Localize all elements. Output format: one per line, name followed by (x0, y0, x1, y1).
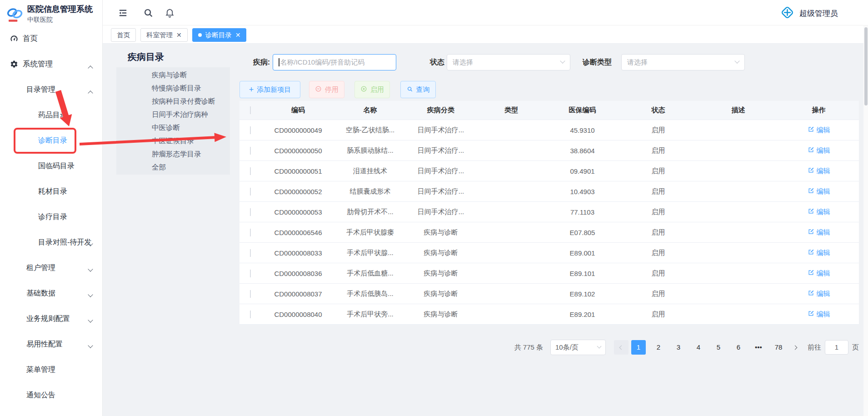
row-checkbox[interactable] (250, 147, 251, 155)
tabs: 首页科室管理✕诊断目录✕ (111, 28, 246, 42)
scrollbar-thumb[interactable] (864, 27, 868, 105)
sidebar-item-国临码目录[interactable]: 国临码目录 (0, 153, 102, 179)
select-all-checkbox[interactable] (250, 106, 251, 114)
tab-诊断目录[interactable]: 诊断目录✕ (192, 28, 247, 42)
sidebar-item-业务规则配置[interactable]: 业务规则配置 (0, 306, 102, 331)
sidebar-item-菜单管理[interactable]: 菜单管理 (0, 357, 102, 382)
collapse-sidebar-icon[interactable] (118, 8, 128, 18)
page-number-3[interactable]: 3 (671, 340, 686, 355)
chevron-right-icon (793, 345, 797, 350)
page-number-78[interactable]: 78 (771, 340, 786, 355)
cell-code: CD0000008033 (261, 249, 335, 257)
edit-button[interactable]: 编辑 (808, 146, 830, 155)
goto-page-input[interactable]: 1 (825, 340, 848, 355)
sidebar-item-目录对照-待开发[interactable]: 目录对照-待开发 (0, 230, 102, 255)
text-caret (279, 58, 279, 66)
current-user-name: 超级管理员 (799, 8, 838, 19)
tab-科室管理[interactable]: 科室管理✕ (140, 28, 188, 42)
table-row: CD0000008040手术后甲状旁...疾病与诊断E89.201启用编辑 (239, 304, 859, 325)
catalog-item-肿瘤形态学目录[interactable]: 肿瘤形态学目录 (116, 147, 230, 160)
sidebar-item-基础数据[interactable]: 基础数据 (0, 281, 102, 306)
cell-code: CD0000000053 (261, 208, 335, 216)
disease-search-input[interactable]: 名称/ICD10编码/拼音助记码 (273, 54, 396, 70)
sidebar-item-耗材目录[interactable]: 耗材目录 (0, 179, 102, 204)
page-number-5[interactable]: 5 (711, 340, 726, 355)
cell-code: CD0000000051 (261, 167, 335, 175)
sidebar-item-系统管理[interactable]: 系统管理 (0, 51, 102, 77)
sidebar-item-通知公告[interactable]: 通知公告 (0, 382, 102, 408)
row-checkbox[interactable] (250, 208, 251, 216)
sidebar-item-label: 诊疗目录 (38, 212, 67, 222)
edit-button[interactable]: 编辑 (808, 249, 830, 257)
pager-more-icon[interactable]: ••• (751, 340, 766, 355)
row-checkbox[interactable] (250, 126, 251, 134)
cell-insurance-code: 10.4903 (546, 188, 619, 195)
page-number-2[interactable]: 2 (651, 340, 666, 355)
cell-insurance-code: 38.8604 (546, 147, 619, 155)
tab-首页[interactable]: 首页 (111, 28, 136, 42)
edit-button[interactable]: 编辑 (808, 269, 830, 278)
edit-icon (808, 208, 814, 216)
sidebar-item-诊疗目录[interactable]: 诊疗目录 (0, 204, 102, 230)
edit-button[interactable]: 编辑 (808, 167, 830, 175)
edit-button[interactable]: 编辑 (808, 187, 830, 196)
edit-button[interactable]: 编辑 (808, 208, 830, 216)
catalog-item-中医证候目录[interactable]: 中医证候目录 (116, 134, 230, 147)
cell-category: 疾病与诊断 (405, 249, 476, 257)
catalog-item-全部[interactable]: 全部 (116, 160, 230, 174)
diagnosis-type-select[interactable]: 请选择 (621, 54, 745, 70)
edit-button[interactable]: 编辑 (808, 228, 830, 237)
sidebar-item-租户管理[interactable]: 租户管理 (0, 255, 102, 281)
tab-close-icon[interactable]: ✕ (176, 32, 182, 38)
status-select[interactable]: 请选择 (447, 54, 570, 70)
row-checkbox[interactable] (250, 249, 251, 257)
catalog-item-按病种目录付费诊断[interactable]: 按病种目录付费诊断 (116, 95, 230, 108)
sidebar-item-药品目录[interactable]: 药品目录 (0, 102, 102, 128)
row-checkbox[interactable] (250, 167, 251, 175)
search-icon[interactable] (143, 8, 154, 18)
row-checkbox[interactable] (250, 311, 251, 318)
cell-name: 手术后甲状腺瘘 (335, 228, 405, 237)
catalog-item-特慢病诊断目录[interactable]: 特慢病诊断目录 (116, 81, 230, 95)
table-body: CD0000000049空肠-乙状结肠...日间手术治疗...45.9310启用… (239, 120, 859, 325)
enable-button[interactable]: 启用 (354, 81, 390, 98)
sidebar-item-首页[interactable]: 首页 (0, 26, 102, 51)
sidebar-item-label: 通知公告 (26, 391, 55, 400)
add-new-item-button[interactable]: + 添加新项目 (239, 81, 300, 98)
disable-button[interactable]: 停用 (309, 81, 344, 98)
query-button[interactable]: 查询 (400, 81, 436, 98)
page-number-4[interactable]: 4 (691, 340, 706, 355)
edit-button[interactable]: 编辑 (808, 290, 830, 298)
sidebar-item-诊断目录[interactable]: 诊断目录 (0, 128, 102, 153)
table-row: CD0000008037手术后低胰岛...疾病与诊断E89.102启用编辑 (239, 284, 859, 304)
page-number-1[interactable]: 1 (631, 340, 646, 355)
sidebar-item-易用性配置[interactable]: 易用性配置 (0, 331, 102, 357)
edit-button-label: 编辑 (817, 146, 830, 155)
cell-code: CD0000000050 (261, 147, 335, 155)
catalog-item-中医诊断[interactable]: 中医诊断 (116, 121, 230, 134)
sidebar-item-目录管理[interactable]: 目录管理 (0, 77, 102, 102)
edit-button-label: 编辑 (817, 167, 830, 175)
row-checkbox[interactable] (250, 290, 251, 298)
page-number-6[interactable]: 6 (731, 340, 746, 355)
page-size-select[interactable]: 10条/页 (550, 340, 606, 355)
prev-page-button[interactable] (614, 340, 629, 355)
plus-icon: + (249, 85, 254, 94)
row-checkbox[interactable] (250, 188, 251, 195)
catalog-item-日间手术治疗病种[interactable]: 日间手术治疗病种 (116, 108, 230, 121)
tab-close-icon[interactable]: ✕ (235, 32, 241, 38)
row-checkbox[interactable] (250, 229, 251, 236)
cell-category: 疾病与诊断 (405, 269, 476, 278)
catalog-item-疾病与诊断[interactable]: 疾病与诊断 (116, 68, 230, 81)
vertical-scrollbar[interactable] (863, 25, 868, 416)
user-menu[interactable]: 超级管理员 (780, 5, 838, 22)
cell-name: 手术后低胰岛... (335, 290, 405, 298)
row-checkbox[interactable] (250, 270, 251, 277)
diagnosis-type-select-placeholder: 请选择 (627, 58, 648, 67)
edit-button[interactable]: 编辑 (808, 310, 830, 319)
notification-bell-icon[interactable] (165, 8, 175, 18)
logo-icon (5, 5, 25, 24)
next-page-button[interactable] (788, 340, 801, 355)
edit-button[interactable]: 编辑 (808, 126, 830, 135)
cell-category: 日间手术治疗... (405, 126, 476, 135)
